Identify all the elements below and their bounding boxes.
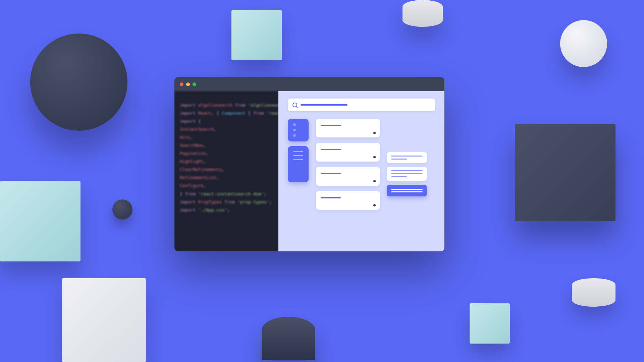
search-icon	[292, 103, 297, 107]
code-line: import React, { Component } from 'react'…	[180, 109, 273, 117]
filter-dot-icon	[293, 129, 296, 131]
result-card[interactable]	[316, 167, 380, 186]
result-card[interactable]	[316, 191, 380, 210]
code-line: Hits,	[180, 133, 273, 141]
button-text-line	[391, 191, 423, 192]
code-line: import {	[180, 117, 273, 125]
app-window: import algoliasearch from 'algoliasearch…	[174, 77, 444, 251]
code-line: import './App.css';	[180, 206, 273, 214]
aside-card[interactable]	[387, 152, 427, 163]
search-input[interactable]	[288, 99, 435, 111]
decorative-cube	[470, 303, 510, 344]
aside-card[interactable]	[387, 167, 427, 181]
code-line: InstantSearch,	[180, 125, 273, 133]
code-line: } from 'react-instantsearch-dom';	[180, 190, 273, 198]
minimize-icon[interactable]	[186, 82, 190, 86]
code-line: Configure,	[180, 182, 273, 190]
aside-text-line	[391, 173, 423, 174]
filters-sidebar	[288, 119, 309, 182]
decorative-sphere	[560, 20, 607, 67]
aside-text-line	[391, 170, 423, 171]
decorative-cylinder	[402, 0, 443, 27]
code-line: Highlight,	[180, 158, 273, 166]
decorative-cube	[515, 124, 615, 221]
filter-line	[293, 155, 303, 156]
code-line: ClearRefinements,	[180, 166, 273, 174]
decorative-cube	[62, 278, 146, 362]
result-status-dot-icon	[373, 156, 376, 158]
decorative-cube	[0, 181, 80, 261]
aside-text-line	[391, 159, 407, 160]
result-title-line	[321, 149, 341, 150]
filter-line	[293, 151, 303, 152]
filter-block-dots[interactable]	[288, 119, 309, 141]
aside-panel	[387, 152, 427, 196]
filter-line	[293, 159, 303, 160]
search-query-placeholder	[301, 104, 347, 106]
button-text-line	[391, 189, 423, 190]
result-title-line	[321, 125, 341, 126]
filter-dot-icon	[293, 123, 296, 126]
decorative-cube	[231, 10, 282, 60]
result-status-dot-icon	[373, 204, 376, 206]
result-status-dot-icon	[373, 132, 376, 134]
code-line: SearchBox,	[180, 141, 273, 149]
code-line: import PropTypes from 'prop-types';	[180, 198, 273, 206]
code-line: RefinementList,	[180, 174, 273, 182]
filter-dot-icon	[293, 134, 296, 137]
decorative-cylinder	[262, 317, 315, 360]
pagination-button[interactable]	[387, 185, 427, 196]
decorative-cylinder	[572, 278, 615, 307]
ui-preview	[278, 91, 444, 251]
code-line: import algoliasearch from 'algoliasearch…	[180, 101, 273, 109]
decorative-sphere	[112, 199, 132, 220]
results-list	[316, 119, 380, 210]
code-line: Pagination,	[180, 149, 273, 158]
maximize-icon[interactable]	[193, 82, 196, 86]
split-panes: import algoliasearch from 'algoliasearch…	[174, 91, 444, 251]
aside-text-line	[391, 156, 423, 157]
decorative-sphere	[30, 34, 127, 131]
aside-text-line	[391, 176, 407, 177]
result-title-line	[321, 173, 341, 174]
filter-block-lines[interactable]	[288, 146, 309, 182]
result-card[interactable]	[316, 119, 380, 137]
close-icon[interactable]	[180, 82, 183, 86]
code-editor[interactable]: import algoliasearch from 'algoliasearch…	[174, 91, 278, 251]
result-card[interactable]	[316, 143, 380, 162]
result-status-dot-icon	[373, 180, 376, 182]
titlebar	[174, 77, 444, 91]
preview-body	[288, 119, 435, 210]
result-title-line	[321, 197, 341, 198]
